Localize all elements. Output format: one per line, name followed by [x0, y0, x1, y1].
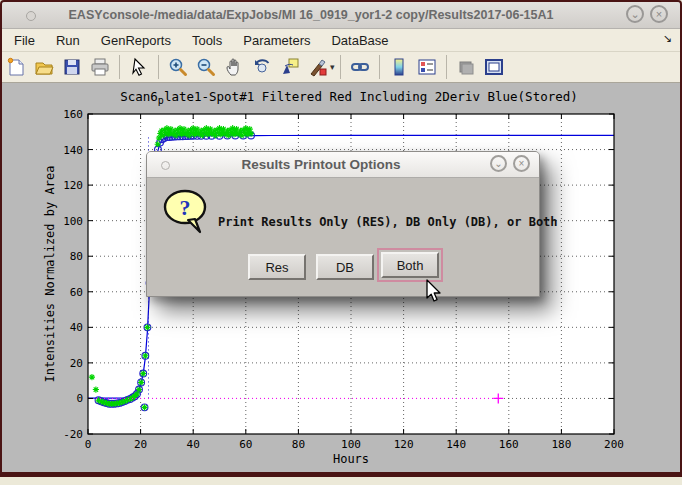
- question-balloon-icon: ?: [162, 188, 208, 228]
- rotate-3d-icon[interactable]: [251, 56, 273, 78]
- both-button[interactable]: Both: [381, 252, 439, 278]
- dialog-menu-icon[interactable]: [161, 161, 170, 170]
- zoom-in-icon[interactable]: [167, 56, 189, 78]
- x-axis-label: Hours: [333, 452, 369, 466]
- y-tick-label: 140: [63, 144, 83, 157]
- show-plot-tools-dock-icon[interactable]: [483, 56, 505, 78]
- menu-tools[interactable]: Tools: [183, 31, 231, 50]
- y-tick-label: 20: [70, 357, 83, 370]
- link-plots-icon[interactable]: [349, 56, 371, 78]
- x-tick-label: 180: [551, 438, 571, 451]
- menu-run[interactable]: Run: [47, 31, 89, 50]
- menu-database[interactable]: DataBase: [322, 31, 397, 50]
- window-close-button[interactable]: ×: [650, 5, 668, 23]
- insert-legend-icon[interactable]: [416, 56, 438, 78]
- dialog-shade-button[interactable]: ⌄: [490, 155, 507, 172]
- y-tick-label: 80: [70, 250, 83, 263]
- open-file-icon[interactable]: [33, 56, 55, 78]
- edit-plot-icon[interactable]: [128, 56, 150, 78]
- y-tick-label: 160: [63, 108, 83, 121]
- dialog-button-row: Res DB Both: [147, 252, 539, 288]
- window-shade-button[interactable]: ⌄: [626, 5, 644, 23]
- menu-genreports[interactable]: GenReports: [92, 31, 180, 50]
- x-tick-label: 80: [292, 438, 305, 451]
- new-figure-icon[interactable]: [5, 56, 27, 78]
- brush-data-icon[interactable]: [307, 56, 329, 78]
- res-button[interactable]: Res: [248, 254, 306, 280]
- dialog-close-button[interactable]: ×: [513, 155, 530, 172]
- y-tick-label: 60: [70, 286, 83, 299]
- save-figure-icon[interactable]: [61, 56, 83, 78]
- x-tick-label: 140: [446, 438, 466, 451]
- y-tick-label: 100: [63, 215, 83, 228]
- dialog-titlebar[interactable]: Results Printout Options ⌄ ×: [147, 152, 539, 178]
- mouse-cursor-icon: [421, 278, 445, 304]
- x-tick-label: 100: [341, 438, 361, 451]
- figure-toolbar: ▾: [2, 52, 680, 83]
- svg-text:?: ?: [180, 195, 191, 220]
- x-tick-label: 60: [239, 438, 252, 451]
- easyconsole-window: EASYconsole-/media/data/ExpJobs/MI 16_09…: [0, 0, 682, 477]
- db-button[interactable]: DB: [316, 254, 374, 280]
- brush-dropdown-caret-icon[interactable]: ▾: [330, 62, 335, 72]
- both-button-focus-ring: Both: [377, 248, 443, 282]
- insert-colorbar-icon[interactable]: [388, 56, 410, 78]
- x-tick-label: 200: [604, 438, 624, 451]
- zoom-out-icon[interactable]: [195, 56, 217, 78]
- toolbar-separator: [119, 55, 120, 79]
- menubar: File Run GenReports Tools Parameters Dat…: [2, 29, 680, 52]
- menu-parameters[interactable]: Parameters: [234, 31, 319, 50]
- toolbar-separator: [446, 55, 447, 79]
- window-menu-icon[interactable]: [26, 11, 36, 21]
- plot-title: Scan6plate1-Spot#1 Filtered Red Includin…: [120, 89, 578, 106]
- y-tick-label: 0: [76, 392, 83, 405]
- x-tick-label: 160: [499, 438, 519, 451]
- x-tick-label: 0: [85, 438, 92, 451]
- toolbar-separator: [158, 55, 159, 79]
- pan-icon[interactable]: [223, 56, 245, 78]
- dialog-title: Results Printout Options: [147, 157, 539, 172]
- x-tick-label: 120: [394, 438, 414, 451]
- window-title: EASYconsole-/media/data/ExpJobs/MI 16_09…: [2, 8, 680, 22]
- y-tick-label: 40: [70, 321, 83, 334]
- x-tick-label: 40: [187, 438, 200, 451]
- toolbar-separator: [340, 55, 341, 79]
- dialog-message: Print Results Only (RES), DB Only (DB), …: [218, 215, 558, 229]
- menu-file[interactable]: File: [5, 31, 44, 50]
- hide-plot-tools-icon[interactable]: [455, 56, 477, 78]
- y-axis-label: Intensities Normalized by Area: [43, 166, 57, 383]
- toolbar-separator: [379, 55, 380, 79]
- y-tick-label: 120: [63, 179, 83, 192]
- print-figure-icon[interactable]: [89, 56, 111, 78]
- results-printout-options-dialog: Results Printout Options ⌄ × ? Print Res…: [146, 151, 540, 297]
- y-tick-label: -20: [63, 428, 83, 441]
- menu-overflow-arrow-icon[interactable]: ↘: [663, 32, 672, 45]
- x-tick-label: 20: [134, 438, 147, 451]
- window-titlebar[interactable]: EASYconsole-/media/data/ExpJobs/MI 16_09…: [2, 2, 680, 29]
- data-cursor-icon[interactable]: [279, 56, 301, 78]
